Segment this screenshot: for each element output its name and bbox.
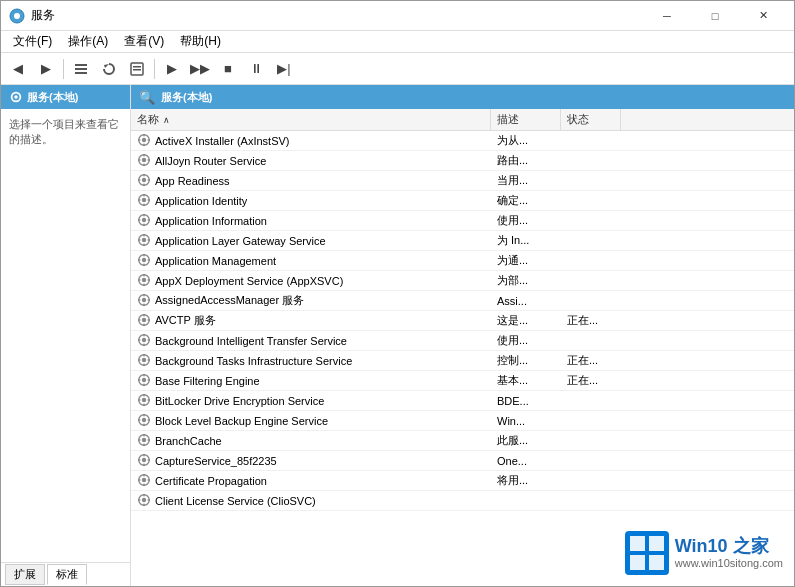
start-service-button[interactable]: ▶ <box>159 57 185 81</box>
svg-rect-58 <box>148 279 151 280</box>
table-row[interactable]: App Readiness当用... <box>131 171 794 191</box>
service-gear-icon <box>137 313 155 329</box>
sort-arrow: ∧ <box>163 115 170 125</box>
svg-rect-105 <box>138 439 141 440</box>
col-header-desc[interactable]: 描述 <box>491 109 561 130</box>
service-status-cell <box>561 251 621 270</box>
resume-service-button[interactable]: ▶| <box>271 57 297 81</box>
table-row[interactable]: Background Tasks Infrastructure Service控… <box>131 351 794 371</box>
menu-view[interactable]: 查看(V) <box>116 31 172 52</box>
forward-button[interactable]: ▶ <box>33 57 59 81</box>
minimize-button[interactable]: ─ <box>644 1 690 31</box>
service-gear-icon <box>137 233 155 249</box>
svg-rect-62 <box>143 303 144 306</box>
main-window: 服务 ─ □ ✕ 文件(F) 操作(A) 查看(V) 帮助(H) ◀ ▶ ▶ ▶… <box>0 0 795 587</box>
svg-rect-109 <box>143 453 144 456</box>
table-row[interactable]: Client License Service (ClioSVC) <box>131 491 794 511</box>
refresh-button[interactable] <box>96 57 122 81</box>
stop-service-button[interactable]: ■ <box>215 57 241 81</box>
start-service-2-button[interactable]: ▶▶ <box>187 57 213 81</box>
table-row[interactable]: AVCTP 服务这是...正在... <box>131 311 794 331</box>
service-name-text: AllJoyn Router Service <box>155 155 266 167</box>
show-hide-button[interactable] <box>68 57 94 81</box>
table-row[interactable]: AssignedAccessManager 服务Assi... <box>131 291 794 311</box>
table-row[interactable]: Application Management为通... <box>131 251 794 271</box>
svg-rect-104 <box>143 443 144 446</box>
service-name-cell: Application Layer Gateway Service <box>131 231 491 250</box>
svg-rect-8 <box>133 69 141 71</box>
service-gear-icon <box>137 373 155 389</box>
svg-point-54 <box>142 277 146 281</box>
svg-rect-27 <box>138 179 141 180</box>
menu-help[interactable]: 帮助(H) <box>172 31 229 52</box>
watermark: Win10 之家 www.win10sitong.com <box>625 531 783 575</box>
service-status-cell <box>561 171 621 190</box>
service-gear-icon <box>137 453 155 469</box>
table-row[interactable]: Background Intelligent Transfer Service使… <box>131 331 794 351</box>
toolbar-separator-1 <box>63 59 64 79</box>
back-button[interactable]: ◀ <box>5 57 31 81</box>
svg-rect-22 <box>148 159 151 160</box>
col-header-status[interactable]: 状态 <box>561 109 621 130</box>
table-row[interactable]: BitLocker Drive Encryption ServiceBDE... <box>131 391 794 411</box>
table-row[interactable]: Block Level Backup Engine ServiceWin... <box>131 411 794 431</box>
service-gear-icon <box>137 253 155 269</box>
service-status-cell <box>561 431 621 450</box>
service-gear-icon <box>137 173 155 189</box>
sidebar: 服务(本地) 选择一个项目来查看它的描述。 扩展 标准 <box>1 85 131 586</box>
svg-rect-76 <box>148 339 151 340</box>
table-row[interactable]: AllJoyn Router Service路由... <box>131 151 794 171</box>
service-desc-cell: 此服... <box>491 431 561 450</box>
maximize-button[interactable]: □ <box>692 1 738 31</box>
service-name-text: Application Identity <box>155 195 247 207</box>
tab-standard[interactable]: 标准 <box>47 564 87 585</box>
svg-point-24 <box>142 177 146 181</box>
properties-button[interactable] <box>124 57 150 81</box>
svg-rect-38 <box>143 223 144 226</box>
content-header-text: 服务(本地) <box>161 90 212 105</box>
table-row[interactable]: AppX Deployment Service (AppXSVC)为部... <box>131 271 794 291</box>
svg-point-42 <box>142 237 146 241</box>
svg-rect-86 <box>143 383 144 386</box>
service-desc-cell: One... <box>491 451 561 470</box>
svg-rect-40 <box>148 219 151 220</box>
table-body[interactable]: ActiveX Installer (AxInstSV)为从...AllJoyn… <box>131 131 794 586</box>
table-row[interactable]: Application Identity确定... <box>131 191 794 211</box>
svg-rect-32 <box>143 203 144 206</box>
sidebar-title: 服务(本地) <box>27 90 78 105</box>
col-header-name[interactable]: 名称 ∧ <box>131 109 491 130</box>
tab-extended[interactable]: 扩展 <box>5 564 45 585</box>
table-header: 名称 ∧ 描述 状态 <box>131 109 794 131</box>
service-status-cell <box>561 151 621 170</box>
pause-service-button[interactable]: ⏸ <box>243 57 269 81</box>
menu-action[interactable]: 操作(A) <box>60 31 116 52</box>
svg-point-66 <box>142 317 146 321</box>
svg-rect-122 <box>143 503 144 506</box>
table-row[interactable]: Application Layer Gateway Service为 In... <box>131 231 794 251</box>
svg-rect-82 <box>148 359 151 360</box>
table-row[interactable]: Base Filtering Engine基本...正在... <box>131 371 794 391</box>
svg-rect-111 <box>138 459 141 460</box>
svg-rect-39 <box>138 219 141 220</box>
app-icon <box>9 8 25 24</box>
sidebar-desc-text: 选择一个项目来查看它的描述。 <box>9 118 119 145</box>
svg-rect-63 <box>138 299 141 300</box>
table-row[interactable]: CaptureService_85f2235One... <box>131 451 794 471</box>
table-row[interactable]: Certificate Propagation将用... <box>131 471 794 491</box>
toolbar-separator-2 <box>154 59 155 79</box>
service-gear-icon <box>137 133 155 149</box>
service-status-cell <box>561 451 621 470</box>
svg-rect-44 <box>143 243 144 246</box>
close-button[interactable]: ✕ <box>740 1 786 31</box>
table-row[interactable]: ActiveX Installer (AxInstSV)为从... <box>131 131 794 151</box>
table-row[interactable]: BranchCache此服... <box>131 431 794 451</box>
service-name-cell: BranchCache <box>131 431 491 450</box>
service-name-text: AssignedAccessManager 服务 <box>155 293 304 308</box>
service-status-cell: 正在... <box>561 311 621 330</box>
service-status-cell <box>561 291 621 310</box>
svg-rect-93 <box>138 399 141 400</box>
table-row[interactable]: Application Information使用... <box>131 211 794 231</box>
menu-file[interactable]: 文件(F) <box>5 31 60 52</box>
svg-rect-69 <box>138 319 141 320</box>
svg-rect-7 <box>133 66 141 68</box>
